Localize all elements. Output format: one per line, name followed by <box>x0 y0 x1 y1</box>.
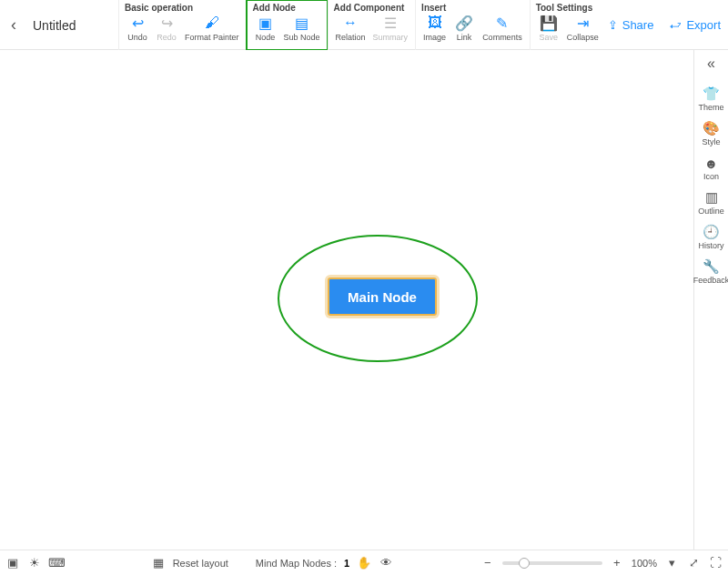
reset-layout-button[interactable]: Reset layout <box>173 558 228 569</box>
section-add-component: Add Component ↔ Relation ☰ Summary <box>328 0 416 50</box>
undo-label: Undo <box>127 33 147 42</box>
eye-icon[interactable]: 👁 <box>379 556 393 570</box>
zoom-percent: 100% <box>632 558 657 569</box>
image-label: Image <box>423 33 446 42</box>
outline-icon: ▥ <box>703 188 721 207</box>
sidebar-item-feedback[interactable]: 🔧 Feedback <box>694 257 728 285</box>
style-icon: 🎨 <box>703 119 721 137</box>
collapse-button[interactable]: ⇥ Collapse <box>565 15 601 42</box>
keyboard-icon[interactable]: ⌨ <box>49 556 64 570</box>
canvas-area[interactable]: Main Node <box>0 50 693 550</box>
main-node[interactable]: Main Node <box>328 277 437 316</box>
export-button[interactable]: ⮐ Export <box>670 18 721 32</box>
relation-button[interactable]: ↔ Relation <box>334 15 368 42</box>
chevron-left-icon: ‹ <box>11 15 16 35</box>
summary-icon: ☰ <box>382 15 399 31</box>
collapse-label: Collapse <box>567 33 599 42</box>
share-icon: ⇪ <box>608 18 618 32</box>
node-label: Node <box>256 33 276 42</box>
mind-map-nodes-label: Mind Map Nodes : <box>256 558 337 569</box>
sub-node-icon: ▤ <box>294 15 310 31</box>
save-button[interactable]: 💾 Save <box>536 15 561 42</box>
section-tool-settings: Tool Settings 💾 Save ⇥ Collapse <box>530 0 606 50</box>
sidebar-item-theme[interactable]: 👕 Theme <box>694 85 728 112</box>
export-label: Export <box>686 18 721 32</box>
chevron-double-left-icon: « <box>707 55 715 71</box>
back-button[interactable]: ‹ <box>0 0 27 50</box>
sub-node-label: Sub Node <box>284 33 320 42</box>
format-painter-button[interactable]: 🖌 Format Painter <box>183 15 241 42</box>
sidebar-label: Outline <box>698 207 724 216</box>
sidebar-label: Feedback <box>693 276 728 285</box>
fullscreen-icon[interactable]: ⛶ <box>708 556 723 570</box>
sub-node-button[interactable]: ▤ Sub Node <box>282 15 322 42</box>
sidebar-label: Style <box>702 137 720 146</box>
right-sidebar: « 👕 Theme 🎨 Style ☻ Icon ▥ Outline 🕘 His… <box>693 50 728 550</box>
section-label: Add Component <box>334 3 410 13</box>
reset-layout-icon[interactable]: ▦ <box>151 556 166 570</box>
top-right-actions: ⇪ Share ⮐ Export <box>608 0 721 50</box>
node-icon: ▣ <box>258 15 274 31</box>
zoom-in-button[interactable]: + <box>610 556 624 570</box>
share-label: Share <box>622 18 654 32</box>
link-button[interactable]: 🔗 Link <box>451 15 477 42</box>
sidebar-collapse-button[interactable]: « <box>707 55 715 72</box>
link-label: Link <box>457 33 472 42</box>
comments-button[interactable]: ✎ Comments <box>480 15 524 42</box>
feedback-icon: 🔧 <box>703 257 721 276</box>
section-basic-operation: Basic operation ↩ Undo ↪ Redo 🖌 Format P… <box>118 0 247 50</box>
section-insert: Insert 🖼 Image 🔗 Link ✎ Comments <box>415 0 530 50</box>
sidebar-label: Icon <box>703 172 719 181</box>
sidebar-item-style[interactable]: 🎨 Style <box>694 119 728 146</box>
zoom-slider[interactable] <box>502 561 602 565</box>
summary-label: Summary <box>373 33 409 42</box>
redo-button[interactable]: ↪ Redo <box>154 15 179 42</box>
share-button[interactable]: ⇪ Share <box>608 18 654 32</box>
redo-icon: ↪ <box>158 15 175 31</box>
sidebar-item-history[interactable]: 🕘 History <box>694 223 728 250</box>
undo-icon: ↩ <box>129 15 146 31</box>
zoom-slider-thumb[interactable] <box>519 558 530 569</box>
sidebar-label: Theme <box>698 103 723 112</box>
top-toolbar: ‹ Untitled Basic operation ↩ Undo ↪ Redo… <box>0 0 728 50</box>
save-icon: 💾 <box>541 15 557 31</box>
relation-icon: ↔ <box>342 15 359 31</box>
sidebar-item-icon[interactable]: ☻ Icon <box>694 154 728 181</box>
export-icon: ⮐ <box>670 18 682 32</box>
undo-button[interactable]: ↩ Undo <box>125 15 150 42</box>
image-icon: 🖼 <box>427 15 443 31</box>
sidebar-label: History <box>698 241 723 250</box>
section-label: Insert <box>421 3 524 13</box>
node-button[interactable]: ▣ Node <box>253 15 278 42</box>
collapse-icon: ⇥ <box>574 15 591 31</box>
section-label: Basic operation <box>125 3 241 13</box>
section-label: Add Node <box>253 3 322 13</box>
brightness-icon[interactable]: ☀ <box>27 556 42 570</box>
image-button[interactable]: 🖼 Image <box>421 15 448 42</box>
comments-icon: ✎ <box>494 15 511 31</box>
bottom-bar: ▣ ☀ ⌨ ▦ Reset layout Mind Map Nodes : 1 … <box>0 550 728 575</box>
save-label: Save <box>539 33 558 42</box>
pan-icon[interactable]: ✋ <box>357 556 371 570</box>
section-add-node: Add Node ▣ Node ▤ Sub Node <box>247 0 328 50</box>
mind-map-nodes-count: 1 <box>344 558 349 569</box>
sidebar-item-outline[interactable]: ▥ Outline <box>694 188 728 216</box>
history-icon: 🕘 <box>703 223 721 241</box>
link-icon: 🔗 <box>456 15 472 31</box>
theme-icon: 👕 <box>703 85 721 103</box>
relation-label: Relation <box>336 33 366 42</box>
format-painter-icon: 🖌 <box>204 15 220 31</box>
comments-label: Comments <box>482 33 522 42</box>
layers-icon[interactable]: ▣ <box>5 556 20 570</box>
document-title[interactable]: Untitled <box>27 0 118 50</box>
smiley-icon: ☻ <box>703 154 721 172</box>
zoom-out-button[interactable]: − <box>480 556 495 570</box>
fit-screen-icon[interactable]: ⤢ <box>686 556 701 570</box>
section-label: Tool Settings <box>536 3 601 13</box>
format-painter-label: Format Painter <box>185 33 239 42</box>
chevron-down-icon[interactable]: ▾ <box>664 556 679 570</box>
summary-button[interactable]: ☰ Summary <box>371 15 410 42</box>
redo-label: Redo <box>157 33 177 42</box>
